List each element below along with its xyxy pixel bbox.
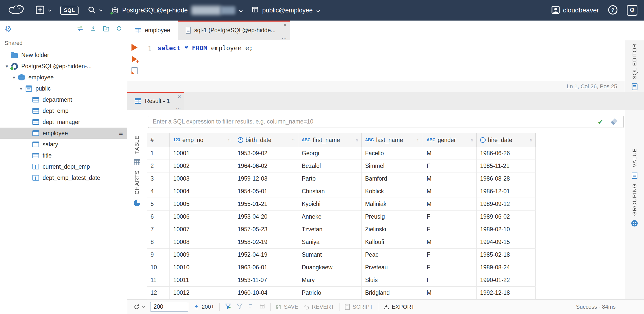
- grid-cell[interactable]: 1994-09-15: [477, 236, 536, 248]
- grid-cell[interactable]: 10006: [170, 211, 234, 223]
- sort-icon[interactable]: ↑↓: [417, 138, 420, 142]
- tree-chevron[interactable]: ▾: [3, 63, 11, 69]
- row-limit-input[interactable]: [150, 302, 188, 312]
- grid-cell[interactable]: Piveteau: [362, 261, 423, 274]
- tree-item[interactable]: department: [0, 94, 127, 105]
- tree-item[interactable]: title: [0, 150, 127, 161]
- grid-cell[interactable]: Maliniak: [362, 198, 423, 210]
- grid-cell[interactable]: Saniya: [298, 236, 362, 248]
- sql-editor-side-tab[interactable]: SQL EDITOR: [625, 40, 644, 92]
- tab-grouping[interactable]: GROUPING: [631, 183, 638, 216]
- connection-selector[interactable]: PostgreSQL@ep-hidde: [111, 6, 243, 15]
- grid-cell[interactable]: 1986-08-28: [477, 172, 536, 185]
- grid-cell[interactable]: Kalloufi: [362, 236, 423, 248]
- save-button[interactable]: SAVE: [276, 304, 298, 310]
- export-button[interactable]: EXPORT: [383, 304, 414, 310]
- refresh-tree-icon[interactable]: [116, 25, 122, 33]
- new-sql-editor-button[interactable]: SQL: [60, 6, 79, 15]
- grid-cell[interactable]: M: [423, 172, 477, 185]
- grid-cell[interactable]: F: [423, 249, 477, 261]
- search-button[interactable]: [87, 5, 103, 15]
- column-header[interactable]: ABC first_name ↑↓: [298, 133, 362, 147]
- user-menu[interactable]: cloudbeaver: [551, 5, 599, 16]
- tree-item[interactable]: ▾ employee: [0, 72, 127, 83]
- row-menu-icon[interactable]: ≡: [119, 129, 123, 137]
- row-number-cell[interactable]: 9: [147, 249, 170, 261]
- script-button[interactable]: SCRIPT: [345, 304, 373, 310]
- tree-item[interactable]: dept_emp_latest_date: [0, 172, 127, 183]
- code-editor[interactable]: select * FROM employee e;: [158, 40, 625, 81]
- tab-value[interactable]: VALUE: [631, 148, 638, 167]
- new-folder-icon[interactable]: [103, 25, 110, 33]
- pie-chart-icon[interactable]: [134, 200, 140, 206]
- grid-cell[interactable]: 1990-01-22: [477, 274, 536, 286]
- grid-cell[interactable]: Koblick: [362, 185, 423, 198]
- tree-chevron[interactable]: ▾: [17, 86, 25, 92]
- tab-menu-dots[interactable]: …: [281, 34, 287, 40]
- column-header[interactable]: hire_date ↑↓: [477, 133, 536, 147]
- grid-cell[interactable]: F: [423, 223, 477, 236]
- tree-item[interactable]: salary: [0, 139, 127, 150]
- grid-cell[interactable]: Zielinski: [362, 223, 423, 236]
- grid-cell[interactable]: M: [423, 147, 477, 160]
- grid-cell[interactable]: Sumant: [298, 249, 362, 261]
- grid-cell[interactable]: M: [423, 198, 477, 210]
- row-number-cell[interactable]: 10: [147, 261, 170, 274]
- grid-cell[interactable]: 1952-04-19: [234, 249, 298, 261]
- tree-item[interactable]: New folder: [0, 49, 127, 61]
- tree-item[interactable]: current_dept_emp: [0, 161, 127, 172]
- grid-cell[interactable]: 10009: [170, 249, 234, 261]
- order-icon[interactable]: [248, 303, 254, 310]
- tab-table[interactable]: TABLE: [134, 135, 140, 154]
- grid-cell[interactable]: F: [423, 160, 477, 172]
- grid-cell[interactable]: Facello: [362, 147, 423, 160]
- grid-cell[interactable]: 1985-11-21: [477, 160, 536, 172]
- grid-cell[interactable]: 1963-06-01: [234, 261, 298, 274]
- close-icon[interactable]: ×: [177, 94, 181, 100]
- row-number-cell[interactable]: 1: [147, 147, 170, 160]
- fetch-next-page-button[interactable]: 200+: [193, 304, 214, 310]
- grid-cell[interactable]: 1955-01-21: [234, 198, 298, 210]
- grid-cell[interactable]: 10011: [170, 274, 234, 286]
- collapse-all-icon[interactable]: [90, 25, 97, 33]
- help-button[interactable]: ?: [608, 5, 618, 16]
- grid-cell[interactable]: 1989-06-02: [477, 211, 536, 223]
- grid-cell[interactable]: 10004: [170, 185, 234, 198]
- row-number-cell[interactable]: 12: [147, 287, 170, 299]
- grid-cell[interactable]: 1985-02-18: [477, 249, 536, 261]
- grid-cell[interactable]: Parto: [298, 172, 362, 185]
- grid-cell[interactable]: 1959-12-03: [234, 172, 298, 185]
- grid-cell[interactable]: 1964-06-02: [234, 160, 298, 172]
- column-header[interactable]: birth_date ↑↓: [234, 133, 298, 147]
- execute-script-icon[interactable]: [131, 67, 138, 74]
- row-number-cell[interactable]: 8: [147, 236, 170, 248]
- grid-cell[interactable]: Duangkaew: [298, 261, 362, 274]
- grid-cell[interactable]: 1953-04-20: [234, 211, 298, 223]
- grid-cell[interactable]: Tzvetan: [298, 223, 362, 236]
- tree-chevron[interactable]: ▾: [10, 75, 18, 80]
- row-number-cell[interactable]: 3: [147, 172, 170, 185]
- sort-icon[interactable]: ↑↓: [529, 138, 533, 142]
- panel-layout-icon[interactable]: [259, 303, 265, 311]
- apply-filter-icon[interactable]: ✔: [598, 118, 603, 126]
- grid-cell[interactable]: F: [423, 274, 477, 286]
- schema-selector[interactable]: public@employee: [252, 6, 320, 15]
- execute-new-tab-icon[interactable]: +: [132, 56, 137, 62]
- grid-cell[interactable]: 1957-05-23: [234, 223, 298, 236]
- grid-cell[interactable]: 10002: [170, 160, 234, 172]
- remove-filter-icon[interactable]: [236, 303, 243, 311]
- column-header[interactable]: 123 emp_no ↑↓: [170, 133, 234, 147]
- value-panel-icon[interactable]: [632, 172, 637, 179]
- tab-result-1[interactable]: Result - 1 × …: [127, 92, 184, 110]
- tab-sql-editor[interactable]: sql-1 (PostgreSQL@ep-hidde... × …: [178, 21, 290, 40]
- grid-cell[interactable]: 1989-09-12: [477, 198, 536, 210]
- filter-input[interactable]: [148, 116, 624, 128]
- grid-cell[interactable]: Preusig: [362, 211, 423, 223]
- grid-cell[interactable]: Patricio: [298, 287, 362, 299]
- execute-query-icon[interactable]: [131, 44, 138, 51]
- tree-item[interactable]: ▾ public: [0, 83, 127, 94]
- grid-cell[interactable]: 1953-11-07: [234, 274, 298, 286]
- row-number-cell[interactable]: 4: [147, 185, 170, 198]
- grid-cell[interactable]: Anneke: [298, 211, 362, 223]
- grid-cell[interactable]: Georgi: [298, 147, 362, 160]
